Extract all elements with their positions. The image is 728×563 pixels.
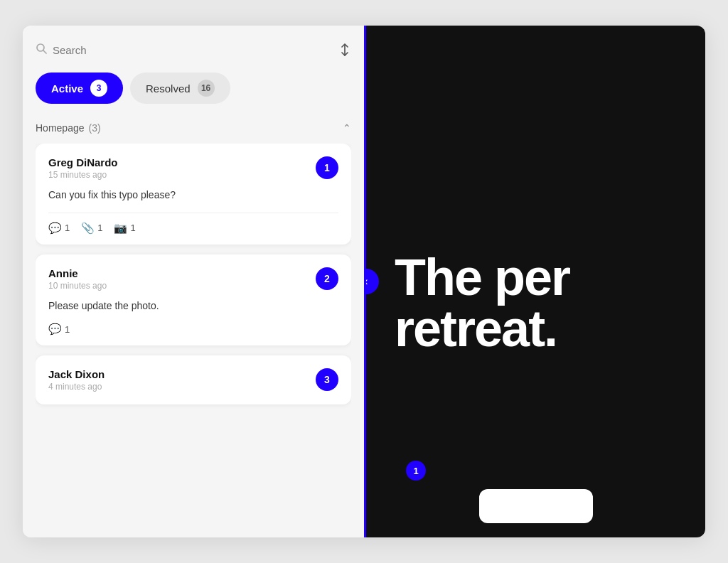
section-count: (3) <box>89 122 101 134</box>
card-message-2: Please update the photo. <box>48 299 338 313</box>
card-divider-1 <box>48 213 338 213</box>
section-header: Homepage (3) ⌃ <box>36 118 351 144</box>
tab-active-badge: 3 <box>90 80 107 97</box>
tab-active-label: Active <box>51 82 83 95</box>
tab-active[interactable]: Active 3 <box>36 73 123 104</box>
card-header-3: Jack Dixon 4 minutes ago 3 <box>48 368 338 392</box>
left-panel: Active 3 Resolved 16 Homepage (3) ⌃ <box>23 26 364 537</box>
card-message-1: Can you fix this typo please? <box>48 188 338 203</box>
comment-card-1[interactable]: Greg DiNardo 15 minutes ago 1 Can you fi… <box>36 144 351 245</box>
hero-text: The per retreat. <box>395 252 569 354</box>
tab-resolved-label: Resolved <box>146 82 191 95</box>
search-input-wrapper <box>36 43 338 57</box>
card-header-2: Annie 10 minutes ago 2 <box>48 267 338 291</box>
app-container: Active 3 Resolved 16 Homepage (3) ⌃ <box>23 26 705 537</box>
card-author-3: Jack Dixon <box>48 368 105 380</box>
card-meta-1: 💬 1 📎 1 📷 1 <box>48 222 338 235</box>
right-panel: ‹ The per retreat. 1 <box>364 26 705 537</box>
card-header-1: Greg DiNardo 15 minutes ago 1 <box>48 156 338 180</box>
card-badge-3: 3 <box>316 368 338 391</box>
cards-list: Greg DiNardo 15 minutes ago 1 Can you fi… <box>36 144 351 537</box>
card-time-3: 4 minutes ago <box>48 382 105 392</box>
bottom-button[interactable] <box>479 489 593 523</box>
card-meta-comments-2: 💬 1 <box>48 323 70 336</box>
comment-card-2[interactable]: Annie 10 minutes ago 2 Please update the… <box>36 254 351 346</box>
chevron-up-icon[interactable]: ⌃ <box>343 122 351 134</box>
card-meta-2: 💬 1 <box>48 323 338 336</box>
attachment-icon: 📎 <box>81 222 95 235</box>
tab-resolved[interactable]: Resolved 16 <box>130 73 230 104</box>
section-title: Homepage (3) <box>36 122 101 134</box>
card-time-1: 15 minutes ago <box>48 170 118 180</box>
tabs-row: Active 3 Resolved 16 <box>36 73 351 104</box>
floating-badge: 1 <box>406 461 426 481</box>
image-icon: 📷 <box>114 222 127 235</box>
comment-icon: 💬 <box>48 222 62 235</box>
hero-line-1: The per <box>395 252 569 303</box>
sort-icon[interactable] <box>338 43 351 57</box>
card-author-1: Greg DiNardo <box>48 156 118 168</box>
search-row <box>36 43 351 57</box>
hero-line-2: retreat. <box>395 303 569 354</box>
card-badge-2: 2 <box>316 267 338 290</box>
card-meta-attachments-1: 📎 1 <box>81 222 102 235</box>
card-author-2: Annie <box>48 267 107 279</box>
search-icon <box>36 43 47 57</box>
search-input[interactable] <box>53 44 338 56</box>
card-meta-comments-1: 💬 1 <box>48 222 70 235</box>
comment-card-3[interactable]: Jack Dixon 4 minutes ago 3 <box>36 355 351 404</box>
tab-resolved-badge: 16 <box>198 80 215 97</box>
comment-icon-2: 💬 <box>48 323 62 336</box>
card-time-2: 10 minutes ago <box>48 281 107 291</box>
card-badge-1: 1 <box>316 156 338 179</box>
svg-line-1 <box>43 50 46 53</box>
card-meta-images-1: 📷 1 <box>114 222 135 235</box>
